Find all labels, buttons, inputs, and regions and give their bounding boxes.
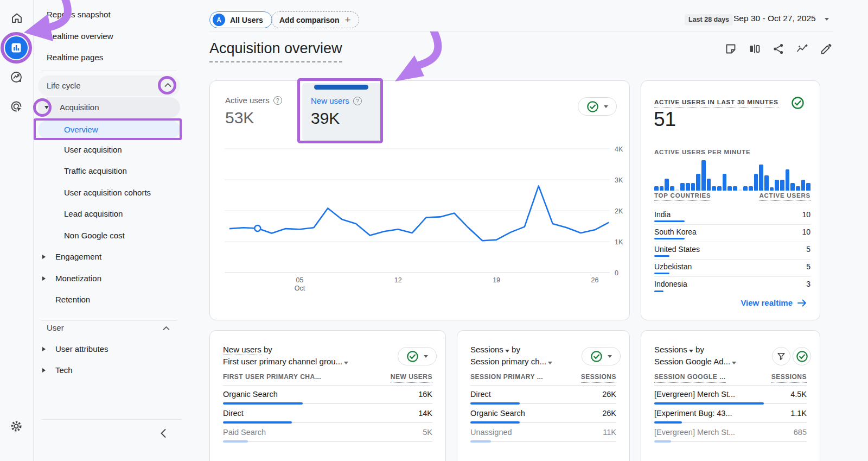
sidebar-item-user-attributes[interactable]: User attributes	[55, 342, 108, 356]
svg-text:26: 26	[591, 276, 598, 284]
country-name: Uzbekistan	[654, 262, 692, 271]
advertising-icon[interactable]	[10, 100, 23, 113]
chevron-down-icon[interactable]	[825, 18, 829, 21]
country-name: India	[654, 210, 671, 219]
table-row: Paid Search5K	[223, 424, 432, 443]
channel-table: [Evergreen] Merch St...4.5K[Experiment B…	[654, 386, 807, 443]
reports-icon[interactable]	[5, 36, 28, 59]
sidebar-item-realtime-overview[interactable]: Realtime overview	[47, 29, 113, 43]
add-comparison-button[interactable]: Add comparison +	[271, 11, 359, 28]
card-metric[interactable]: Sessions	[654, 345, 687, 354]
active-tab-indicator	[314, 85, 368, 90]
col-header-metric[interactable]: SESSIONS	[771, 373, 807, 383]
dimension-selector[interactable]: First user primary channel grou...	[223, 356, 348, 368]
row-name: Direct	[223, 409, 244, 418]
chevron-right-icon	[42, 368, 46, 372]
insights-icon[interactable]	[796, 42, 809, 55]
app-rail	[0, 0, 34, 461]
bar-track	[470, 441, 616, 442]
filter-button[interactable]	[772, 347, 790, 365]
minute-bar	[707, 179, 711, 191]
col-header-metric[interactable]: NEW USERS	[391, 373, 432, 383]
minute-bar	[717, 186, 722, 191]
sidebar-item-monetization[interactable]: Monetization	[55, 271, 101, 286]
svg-text:1K: 1K	[615, 238, 623, 246]
minute-bar	[790, 183, 795, 191]
check-circle-icon	[406, 350, 419, 363]
explore-icon[interactable]	[10, 71, 23, 84]
segment-chip-all-users[interactable]: A All Users	[209, 11, 272, 28]
sidebar-item-realtime-pages[interactable]: Realtime pages	[47, 50, 103, 65]
svg-text:12: 12	[394, 276, 402, 284]
card-metric[interactable]: Sessions	[470, 345, 503, 354]
col-header-dimension[interactable]: SESSION PRIMARY ...	[470, 373, 543, 383]
col-header-metric[interactable]: SESSIONS	[581, 373, 616, 383]
minute-bar	[749, 186, 753, 191]
chevron-down-icon[interactable]	[44, 106, 49, 109]
sidebar-item-traffic-acquisition[interactable]: Traffic acquisition	[64, 164, 127, 178]
sidebar-item-retention[interactable]: Retention	[55, 293, 90, 307]
chevron-down-icon	[604, 105, 608, 108]
view-realtime-link[interactable]: View realtime	[741, 298, 807, 307]
chevron-right-icon	[42, 255, 46, 259]
dimension-selector[interactable]: Session Google Ad...	[654, 356, 736, 368]
home-icon[interactable]	[10, 11, 23, 24]
edit-icon[interactable]	[820, 42, 833, 55]
metric-new-users-tab[interactable]: New users? 39K	[302, 83, 381, 141]
chevron-up-icon[interactable]	[164, 83, 171, 87]
section-life-cycle[interactable]: Life cycle	[38, 75, 180, 96]
sidebar-item-engagement[interactable]: Engagement	[55, 250, 101, 264]
dimension-selector[interactable]: Session primary ch...	[470, 356, 552, 368]
country-row: Indonesia3	[654, 277, 810, 294]
country-value: 10	[802, 228, 810, 236]
col-top-countries: TOP COUNTRIES	[654, 192, 711, 201]
metric-active-users[interactable]: Active users? 53K	[225, 96, 282, 127]
share-icon[interactable]	[772, 42, 785, 55]
date-preset-badge: Last 28 days	[685, 14, 733, 26]
country-bar	[654, 255, 669, 257]
country-bar	[654, 291, 663, 292]
chevron-down-icon	[689, 350, 693, 352]
col-header-dimension[interactable]: SESSION GOOGLE ...	[654, 373, 726, 383]
help-icon[interactable]: ?	[273, 96, 282, 105]
sidebar-item-label: Monetization	[55, 274, 101, 283]
chevron-up-icon[interactable]	[163, 326, 170, 331]
plus-icon: +	[344, 14, 350, 26]
date-range-selector[interactable]: Sep 30 - Oct 27, 2025	[733, 14, 816, 23]
by-label: by	[264, 345, 272, 354]
realtime-value: 51	[654, 108, 676, 131]
sidebar-item-tech[interactable]: Tech	[55, 363, 73, 377]
chevron-down-icon	[344, 362, 348, 364]
card-metric[interactable]: New users	[223, 345, 261, 355]
table-row: Organic Search26K	[470, 405, 616, 424]
data-quality-button[interactable]	[578, 97, 617, 116]
minute-bar	[796, 186, 800, 191]
sidebar-item-lead-acquisition[interactable]: Lead acquisition	[64, 207, 123, 221]
minute-bar	[701, 160, 706, 191]
report-nav: Reports snapshot Realtime overview Realt…	[34, 0, 198, 461]
minute-bar	[775, 180, 779, 191]
data-quality-button[interactable]	[582, 347, 621, 365]
table-row: [Experiment Bug: 43...1.1K	[654, 405, 807, 424]
col-header-dimension[interactable]: FIRST USER PRIMARY CHA...	[223, 373, 321, 383]
check-circle-icon[interactable]	[791, 96, 805, 110]
sidebar-item-user-acquisition-cohorts[interactable]: User acquisition cohorts	[64, 186, 151, 200]
sidebar-item-reports-snapshot[interactable]: Reports snapshot	[47, 8, 111, 22]
minute-bar	[712, 186, 716, 191]
sidebar-item-overview[interactable]: Overview	[38, 121, 180, 138]
ab-compare-icon[interactable]	[748, 42, 761, 55]
svg-text:0: 0	[615, 269, 618, 277]
row-value: 14K	[418, 409, 432, 418]
check-circle-icon	[590, 350, 603, 363]
sidebar-item-acquisition[interactable]: Acquisition	[38, 97, 180, 118]
sidebar-item-non-google-cost[interactable]: Non Google cost	[64, 229, 125, 243]
collapse-sidebar-icon[interactable]	[159, 428, 167, 438]
note-icon[interactable]	[724, 42, 737, 55]
help-icon[interactable]: ?	[353, 97, 362, 105]
settings-gear-icon[interactable]	[9, 419, 23, 433]
data-quality-button[interactable]	[398, 347, 437, 365]
sidebar-item-user-acquisition[interactable]: User acquisition	[64, 143, 122, 157]
section-user[interactable]: User	[47, 321, 64, 335]
data-quality-button[interactable]	[793, 347, 811, 365]
minute-bar	[660, 186, 664, 191]
